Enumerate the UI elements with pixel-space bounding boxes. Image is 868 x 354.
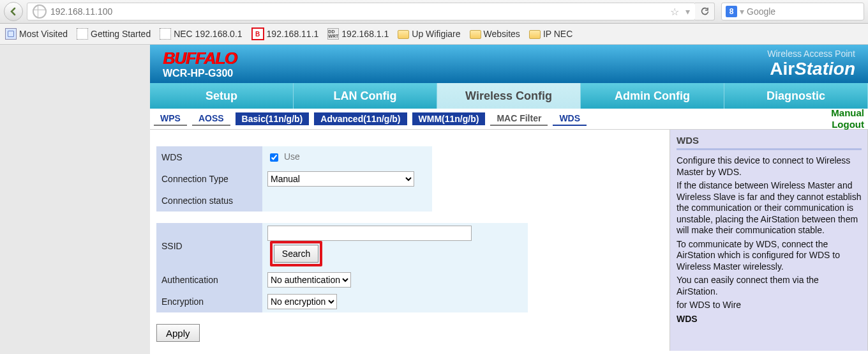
search-engine-dropdown-icon[interactable]: ▾ — [740, 6, 744, 17]
tab-lan-config[interactable]: LAN Config — [294, 83, 437, 109]
url-bar[interactable]: 192.168.11.100 ☆ ▾ — [27, 3, 696, 20]
tab-admin-config[interactable]: Admin Config — [581, 83, 724, 109]
subtab-wps[interactable]: WPS — [154, 112, 187, 126]
button-search-ssid[interactable]: Search — [274, 245, 318, 263]
checkbox-use-wds[interactable] — [270, 153, 278, 162]
subtab-wmm[interactable]: WMM(11n/g/b) — [412, 112, 486, 125]
bookmark-label: Getting Started — [91, 29, 151, 39]
subtab-advanced[interactable]: Advanced(11n/g/b) — [314, 112, 407, 125]
reload-button[interactable] — [695, 3, 715, 20]
label-connection-type: Connection Type — [156, 168, 262, 190]
wds-settings-table: WDS Use Connection Type Manual — [156, 146, 432, 212]
tab-setup[interactable]: Setup — [150, 83, 294, 109]
product-name: AirStation — [767, 59, 855, 79]
help-text: To communicate by WDS, connect the AirSt… — [677, 239, 862, 273]
help-text: Configure this device to connect to Wire… — [677, 155, 862, 178]
label-encryption: Encryption — [156, 291, 262, 312]
bookmark-folder-ipnec[interactable]: IP NEC — [529, 29, 572, 39]
url-actions: ☆ ▾ — [670, 6, 690, 18]
app-root: BUFFALO WCR-HP-G300 Wireless Access Poin… — [150, 45, 868, 354]
brand-logo: BUFFALO — [163, 49, 237, 68]
bookmark-folder-websites[interactable]: Websites — [470, 29, 520, 39]
page-icon — [5, 28, 17, 40]
select-encryption[interactable]: No encryption — [267, 294, 337, 309]
bookmark-most-visited[interactable]: Most Visited — [5, 28, 68, 40]
link-logout[interactable]: Logout — [831, 119, 864, 130]
globe-icon — [33, 4, 47, 19]
ddwrt-icon: DDWRT — [327, 28, 339, 40]
subtab-aoss[interactable]: AOSS — [192, 112, 230, 126]
button-apply[interactable]: Apply — [156, 324, 200, 342]
bookmark-nec[interactable]: NEC 192.168.0.1 — [160, 28, 242, 40]
help-panel: WDS Configure this device to connect to … — [670, 130, 868, 351]
arrow-left-icon — [9, 7, 18, 16]
subtab-mac-filter[interactable]: MAC Filter — [490, 112, 548, 126]
search-highlight: Search — [270, 241, 322, 266]
bookmarks-bar: Most Visited Getting Started NEC 192.168… — [0, 24, 868, 45]
folder-icon — [529, 30, 541, 39]
link-manual[interactable]: Manual — [831, 107, 864, 119]
help-text: If the distance between Wireless Master … — [677, 180, 862, 236]
bookmark-label: 192.168.11.1 — [267, 29, 319, 39]
bookmark-star-icon[interactable]: ☆ — [670, 6, 679, 18]
select-authentication[interactable]: No authentication — [267, 272, 351, 288]
tab-wireless-config[interactable]: Wireless Config — [437, 83, 581, 109]
bookmark-label: 192.168.1.1 — [341, 29, 389, 39]
select-connection-type[interactable]: Manual — [267, 171, 414, 187]
header-tagline: Wireless Access Point — [767, 49, 855, 59]
label-authentication: Authentication — [156, 269, 262, 291]
folder-icon — [470, 30, 481, 39]
google-icon: 8 — [726, 6, 737, 17]
value-connection-status — [262, 190, 432, 212]
help-text: You can easily connect them via the AirS… — [677, 275, 862, 297]
browser-search-box[interactable]: 8 ▾ Google — [721, 3, 864, 20]
bookmark-buffalo[interactable]: B192.168.11.1 — [251, 27, 319, 40]
history-dropdown-icon[interactable]: ▾ — [685, 6, 690, 17]
folder-icon — [398, 30, 409, 39]
input-ssid[interactable] — [267, 226, 472, 241]
subtab-basic[interactable]: Basic(11n/g/b) — [236, 112, 310, 125]
bookmark-label: Most Visited — [19, 29, 68, 39]
wireless-settings-table: SSID Search Authentication No authentica… — [156, 223, 528, 312]
url-text: 192.168.11.100 — [50, 6, 112, 17]
page-icon — [160, 28, 171, 40]
bookmark-folder-wifigiare[interactable]: Up Wifigiare — [398, 29, 460, 39]
tab-diagnostic[interactable]: Diagnostic — [724, 83, 868, 109]
bookmark-ddwrt[interactable]: DDWRT192.168.1.1 — [327, 28, 389, 40]
help-title: WDS — [677, 135, 862, 146]
label-ssid: SSID — [156, 223, 262, 269]
sub-tab-bar: WPS AOSS Basic(11n/g/b) Advanced(11n/g/b… — [150, 109, 868, 130]
form-area: WDS Use Connection Type Manual — [150, 130, 670, 351]
bookmark-label: Up Wifigiare — [412, 29, 460, 39]
model-label: WCR-HP-G300 — [163, 68, 237, 79]
app-header: BUFFALO WCR-HP-G300 Wireless Access Poin… — [150, 45, 868, 83]
back-button[interactable] — [4, 2, 23, 21]
browser-toolbar: 192.168.11.100 ☆ ▾ 8 ▾ Google — [0, 0, 868, 24]
search-placeholder: Google — [747, 6, 775, 17]
label-wds: WDS — [156, 146, 262, 168]
subtab-wds[interactable]: WDS — [553, 112, 587, 126]
page-icon — [77, 28, 88, 40]
page-gutter — [0, 45, 150, 354]
label-use: Use — [284, 151, 300, 162]
bookmark-label: NEC 192.168.0.1 — [174, 29, 242, 39]
buffalo-icon: B — [251, 27, 264, 40]
bookmark-label: Websites — [484, 29, 520, 39]
reload-icon — [700, 7, 709, 16]
label-connection-status: Connection status — [156, 190, 262, 212]
bookmark-label: IP NEC — [543, 29, 572, 39]
help-text: for WDS to Wire — [677, 300, 862, 311]
bookmark-getting-started[interactable]: Getting Started — [77, 28, 151, 40]
main-tabs: Setup LAN Config Wireless Config Admin C… — [150, 83, 868, 109]
help-divider — [677, 148, 862, 150]
help-foot: WDS — [677, 314, 862, 325]
